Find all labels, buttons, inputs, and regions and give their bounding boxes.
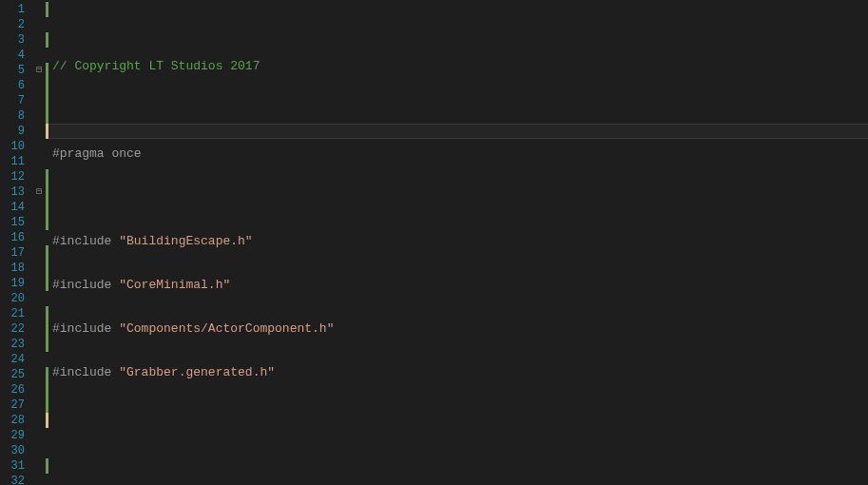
line-number: 31 [0,458,25,474]
line-number: 29 [0,428,25,443]
code-editor[interactable]: 1 2 3 4 5 6 7 8 9 10 11 12 13 14 15 16 1… [0,0,868,485]
line-number: 14 [0,200,25,215]
line-number: 12 [0,169,25,184]
line-number: 20 [0,291,25,306]
line-number: 18 [0,261,25,276]
code-area[interactable]: // Copyright LT Studios 2017 #pragma onc… [48,0,868,485]
line-number: 27 [0,398,25,413]
fold-toggle-icon[interactable]: ⊟ [32,63,46,78]
fold-gutter: ⊟ ⊟ [32,0,46,485]
line-number: 2 [0,17,25,32]
line-number: 28 [0,413,25,428]
code-line [52,409,868,424]
line-number: 21 [0,306,25,321]
line-number: 13 [0,184,25,200]
line-number: 4 [0,48,25,63]
code-line: #pragma once [52,146,868,162]
line-number: 15 [0,215,25,230]
line-number: 25 [0,367,25,382]
code-line: #include "BuildingEscape.h" [52,234,868,249]
line-number: 11 [0,154,25,169]
line-number: 22 [0,321,25,337]
line-number: 6 [0,78,25,93]
code-line [52,453,868,468]
line-number: 1 [0,2,25,17]
code-line [52,103,868,118]
line-number-gutter: 1 2 3 4 5 6 7 8 9 10 11 12 13 14 15 16 1… [0,0,32,485]
line-number: 17 [0,245,25,261]
fold-toggle-icon[interactable]: ⊟ [32,184,46,200]
code-line: #include "CoreMinimal.h" [52,278,868,293]
line-number: 7 [0,93,25,108]
line-number: 10 [0,139,25,154]
line-number: 32 [0,474,25,485]
cursor-line-highlight [48,124,868,139]
line-number: 19 [0,276,25,291]
code-line: // Copyright LT Studios 2017 [52,59,868,74]
code-line: #include "Grabber.generated.h" [52,365,868,380]
line-number: 24 [0,352,25,367]
line-number: 9 [0,124,25,139]
code-line: #include "Components/ActorComponent.h" [52,321,868,337]
line-number: 16 [0,230,25,245]
line-number: 23 [0,337,25,352]
line-number: 3 [0,32,25,48]
line-number: 8 [0,108,25,124]
line-number: 26 [0,382,25,398]
line-number: 5 [0,63,25,78]
line-number: 30 [0,443,25,458]
code-line [52,190,868,205]
